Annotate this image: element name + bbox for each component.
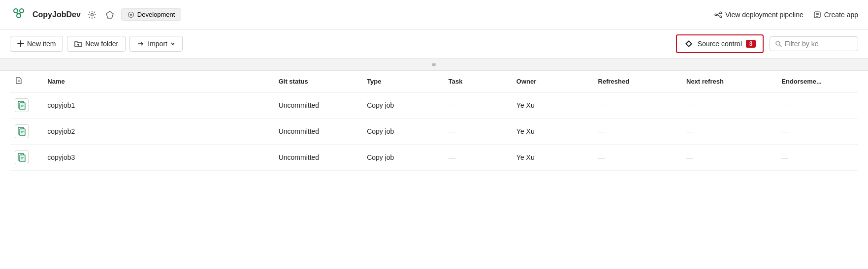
source-control-button[interactable]: Source control 3 (676, 34, 764, 53)
svg-point-0 (14, 9, 18, 13)
row-refreshed: — (593, 92, 681, 119)
filter-input-wrap (770, 36, 858, 51)
col-header-refreshed: Refreshed (593, 71, 681, 92)
top-nav: CopyJobDev Development (0, 0, 868, 30)
environment-badge[interactable]: Development (121, 8, 182, 21)
row-next-refresh: — (681, 119, 776, 145)
top-nav-right: View deployment pipeline Create app (714, 11, 858, 19)
col-header-endorsement: Endorseme... (776, 71, 858, 92)
view-pipeline-label: View deployment pipeline (725, 11, 804, 19)
svg-point-8 (130, 14, 132, 16)
settings-icon-btn[interactable] (86, 8, 98, 21)
row-next-refresh: — (681, 92, 776, 119)
new-folder-button[interactable]: New folder (67, 36, 126, 52)
svg-point-10 (720, 12, 722, 14)
row-item-icon (15, 150, 29, 164)
row-endorsement: — (776, 92, 858, 119)
row-refreshed: — (593, 145, 681, 171)
row-type: Copy job (362, 92, 444, 119)
row-checkbox-cell (10, 119, 42, 145)
row-owner: Ye Xu (512, 145, 593, 171)
row-refreshed: — (593, 119, 681, 145)
row-item-icon (15, 124, 29, 138)
row-name: copyjob2 (47, 127, 75, 135)
table-row: copyjob3UncommittedCopy job—Ye Xu——— (10, 145, 858, 171)
svg-line-4 (19, 13, 22, 14)
document-icon (15, 77, 23, 85)
row-git-status: Uncommitted (274, 119, 362, 145)
premium-icon-btn[interactable] (103, 8, 116, 21)
row-item-icon (15, 98, 29, 112)
svg-point-1 (20, 9, 24, 13)
svg-line-12 (717, 13, 720, 15)
settings-icon (88, 10, 96, 19)
new-folder-label: New folder (85, 40, 118, 48)
import-label: Import (148, 40, 167, 48)
items-table: Name Git status Type Task Owner Refreshe… (10, 71, 858, 171)
svg-rect-34 (20, 129, 25, 136)
row-git-status: Uncommitted (274, 92, 362, 119)
import-icon (137, 40, 145, 47)
svg-marker-6 (106, 11, 113, 18)
source-control-label: Source control (698, 40, 742, 48)
chevron-down-icon (170, 41, 175, 46)
row-name-cell[interactable]: copyjob1 (42, 92, 273, 119)
create-app-btn[interactable]: Create app (813, 11, 858, 19)
row-task: — (444, 119, 512, 145)
col-header-name: Name (42, 71, 273, 92)
row-name: copyjob3 (47, 153, 75, 161)
svg-line-26 (780, 45, 782, 47)
create-app-label: Create app (824, 11, 858, 19)
col-header-owner: Owner (512, 71, 593, 92)
col-header-checkbox (10, 71, 42, 92)
col-header-git-status: Git status (274, 71, 362, 92)
table-row: copyjob2UncommittedCopy job—Ye Xu——— (10, 119, 858, 145)
plus-icon (17, 40, 24, 47)
row-name-cell[interactable]: copyjob2 (42, 119, 273, 145)
new-item-button[interactable]: New item (10, 36, 63, 52)
filter-input[interactable] (785, 40, 844, 48)
svg-line-3 (16, 13, 19, 14)
deployment-icon (128, 11, 134, 18)
row-endorsement: — (776, 145, 858, 171)
source-control-badge: 3 (746, 40, 756, 48)
new-item-label: New item (27, 40, 56, 48)
svg-point-11 (720, 16, 722, 18)
row-checkbox-cell (10, 92, 42, 119)
row-name-cell[interactable]: copyjob3 (42, 145, 273, 171)
col-header-task: Task (444, 71, 512, 92)
row-task: — (444, 92, 512, 119)
folder-icon (74, 40, 82, 47)
svg-line-13 (717, 15, 720, 16)
diamond-icon (105, 10, 114, 19)
app-logo (10, 6, 28, 24)
content-area: Name Git status Type Task Owner Refreshe… (0, 71, 868, 171)
toolbar-left: New item New folder Import (10, 36, 183, 52)
col-header-type: Type (362, 71, 444, 92)
row-name: copyjob1 (47, 101, 75, 109)
svg-rect-30 (20, 103, 25, 110)
toolbar: New item New folder Import (0, 30, 868, 59)
row-owner: Ye Xu (512, 119, 593, 145)
row-task: — (444, 145, 512, 171)
toolbar-right: Source control 3 (676, 34, 858, 53)
table-row: copyjob1UncommittedCopy job—Ye Xu——— (10, 92, 858, 119)
environment-label: Development (137, 11, 175, 18)
svg-point-2 (17, 14, 21, 18)
view-pipeline-btn[interactable]: View deployment pipeline (714, 11, 804, 19)
handle-lines-icon: ≡ (432, 60, 436, 68)
resize-handle[interactable]: ≡ (0, 59, 868, 71)
col-header-next-refresh: Next refresh (681, 71, 776, 92)
table-header-row: Name Git status Type Task Owner Refreshe… (10, 71, 858, 92)
row-next-refresh: — (681, 145, 776, 171)
create-app-icon (813, 11, 821, 19)
import-button[interactable]: Import (129, 36, 183, 52)
row-owner: Ye Xu (512, 92, 593, 119)
row-type: Copy job (362, 145, 444, 171)
svg-rect-38 (20, 155, 25, 162)
top-nav-left: CopyJobDev Development (10, 6, 181, 24)
app-name: CopyJobDev (32, 10, 81, 19)
svg-point-5 (91, 13, 93, 16)
search-icon (775, 40, 782, 47)
row-type: Copy job (362, 119, 444, 145)
